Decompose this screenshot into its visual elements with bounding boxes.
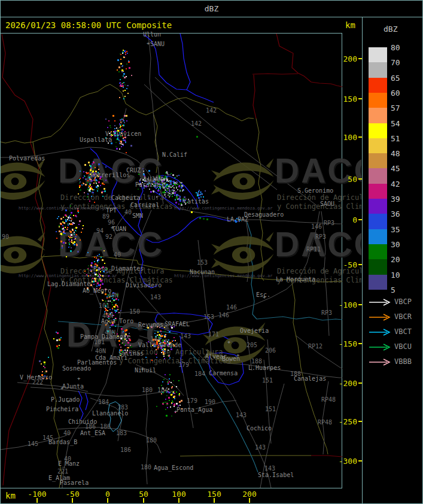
legend-arrow-label: VBCR <box>394 313 412 320</box>
colorbar-level-label: 57 <box>391 104 400 112</box>
panel-divider <box>362 17 363 504</box>
x-tick-label: 200 <box>236 490 263 498</box>
colorbar-level-label: 60 <box>391 89 400 97</box>
x-axis-unit-label: km <box>5 491 16 500</box>
x-tick-mark <box>249 498 250 503</box>
y-tick-label: -100 <box>336 301 357 309</box>
colorbar-swatch <box>369 47 387 63</box>
colorbar-level-label: 80 <box>391 44 400 51</box>
colorbar-level-label: 39 <box>391 195 400 203</box>
y-tick-label: 50 <box>336 175 357 183</box>
legend-arrow-label: VBCT <box>394 328 412 335</box>
colorbar-swatch <box>369 78 387 93</box>
radar-map-viewport <box>1 33 342 488</box>
colorbar-level-label: 20 <box>391 256 400 263</box>
x-tick-label: 100 <box>166 490 192 498</box>
colorbar-swatch <box>369 199 387 214</box>
legend-arrow-icon <box>368 297 393 309</box>
colorbar-level-label: 42 <box>391 180 400 188</box>
x-tick-mark <box>178 498 179 503</box>
x-tick-mark <box>107 498 108 503</box>
y-tick-label: -200 <box>336 379 357 387</box>
colorbar-level-label: 10 <box>391 271 400 279</box>
x-tick-mark <box>72 498 73 503</box>
legend-arrow-label: VBCU <box>394 343 412 350</box>
colorbar-level-label: 65 <box>391 74 400 82</box>
colorbar-swatch <box>369 108 387 123</box>
colorbar-level-label: 70 <box>391 59 400 66</box>
legend-arrow-label: VBCP <box>394 298 412 305</box>
colorbar-level-label: 36 <box>391 210 400 218</box>
colorbar-swatch <box>369 93 387 108</box>
y-tick-label: 200 <box>336 55 357 63</box>
x-tick-label: -50 <box>59 490 86 498</box>
y-axis-unit-label: km <box>345 20 355 30</box>
colorbar-swatch <box>369 168 387 184</box>
colorbar-swatch <box>369 229 387 245</box>
x-tick-label: 150 <box>201 490 227 498</box>
x-tick-label: 50 <box>130 490 157 498</box>
y-tick-label: 100 <box>336 133 357 141</box>
colorbar-level-label: 5 <box>391 286 395 294</box>
y-tick-label: -50 <box>336 261 357 269</box>
legend-arrow-label: VBBB <box>394 358 412 365</box>
colorbar-swatch <box>369 62 387 78</box>
colorbar-swatch <box>369 184 387 199</box>
timestamp-label: 2026/01/23 08:58:00 UTC Composite <box>5 20 172 30</box>
y-tick-label: 0 <box>336 216 357 224</box>
radar-app-window: dBZ 2026/01/23 08:58:00 UTC Composite km… <box>0 0 423 504</box>
colorbar-level-label: 30 <box>391 241 400 248</box>
y-tick-label: -300 <box>336 457 357 465</box>
colorbar-swatch <box>369 138 387 154</box>
x-tick-mark <box>214 498 215 503</box>
x-tick-mark <box>36 498 38 503</box>
colorbar-swatch <box>369 275 387 290</box>
x-tick-label: -100 <box>24 490 50 498</box>
colorbar-swatch <box>369 153 387 169</box>
legend-arrow-icon <box>368 327 393 339</box>
colorbar-swatch <box>369 214 387 229</box>
legend-arrow-icon <box>368 312 393 324</box>
x-tick-mark <box>143 498 144 503</box>
x-tick-label: 0 <box>95 490 121 498</box>
colorbar-swatch <box>369 123 387 139</box>
colorbar-level-label: 48 <box>391 150 400 157</box>
colorbar-swatch <box>369 259 387 275</box>
legend-arrow-icon <box>368 342 393 354</box>
colorbar-level-label: 45 <box>391 165 400 172</box>
legend-arrow-icon <box>368 357 393 369</box>
colorbar-level-label: 54 <box>391 120 400 127</box>
y-tick-label: 150 <box>336 95 357 103</box>
window-title: dBZ <box>1 1 422 17</box>
y-tick-label: -150 <box>336 340 357 348</box>
y-tick-label: -250 <box>336 418 357 426</box>
colorbar-swatch <box>369 244 387 260</box>
colorbar-title: dBZ <box>384 25 397 34</box>
colorbar-level-label: 51 <box>391 135 400 142</box>
colorbar-level-label: 35 <box>391 226 400 233</box>
